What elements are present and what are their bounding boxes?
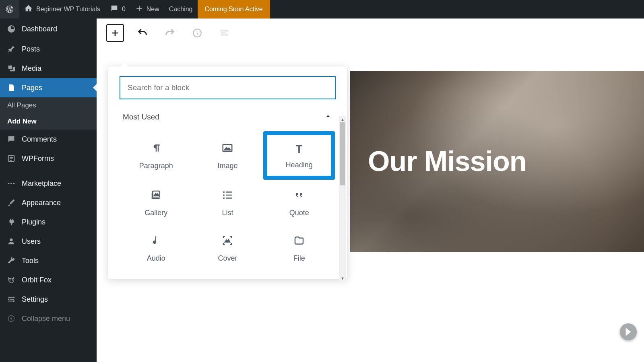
sidebar-item-label: Media <box>22 64 41 73</box>
sidebar-item-comments[interactable]: Comments <box>0 130 97 149</box>
collapse-icon <box>6 314 16 323</box>
quote-icon <box>292 188 306 202</box>
add-block-button[interactable] <box>106 24 124 42</box>
wp-logo-button[interactable] <box>0 0 19 19</box>
hero-cover-block[interactable]: Our Mission <box>350 71 644 252</box>
hero-title: Our Mission <box>368 145 526 177</box>
settings-icon <box>6 294 16 304</box>
block-label: Cover <box>218 254 237 263</box>
submenu-all-pages[interactable]: All Pages <box>0 97 97 113</box>
sidebar-item-tools[interactable]: Tools <box>0 251 97 270</box>
sidebar-item-dashboard[interactable]: Dashboard <box>0 19 97 39</box>
block-gallery[interactable]: Gallery <box>120 180 192 225</box>
sidebar-item-label: Collapse menu <box>22 315 70 323</box>
page-icon <box>6 83 16 93</box>
svg-point-2 <box>10 280 10 280</box>
comment-icon <box>6 134 16 144</box>
sidebar-item-collapse[interactable]: Collapse menu <box>0 309 97 328</box>
comment-icon <box>110 4 119 14</box>
wrench-icon <box>6 256 16 265</box>
svg-rect-5 <box>10 299 14 300</box>
wordpress-logo-icon <box>5 4 14 14</box>
paragraph-icon <box>149 141 163 155</box>
form-icon <box>6 154 16 163</box>
sidebar-item-label: Appearance <box>22 199 61 207</box>
block-cover[interactable]: Cover <box>192 225 264 271</box>
block-inserter-panel: Most Used Paragraph Image Heading <box>108 66 347 279</box>
svg-point-1 <box>10 239 12 241</box>
block-paragraph[interactable]: Paragraph <box>120 131 192 180</box>
sidebar-item-label: Users <box>22 237 41 246</box>
sidebar-item-media[interactable]: Media <box>0 59 97 78</box>
sidebar-item-users[interactable]: Users <box>0 232 97 251</box>
block-image[interactable]: Image <box>192 131 264 180</box>
sidebar-item-appearance[interactable]: Appearance <box>0 193 97 212</box>
sidebar-item-pages[interactable]: Pages <box>0 78 97 97</box>
sidebar-item-plugins[interactable]: Plugins <box>0 212 97 232</box>
file-icon <box>292 233 306 248</box>
sidebar-item-label: Plugins <box>22 218 45 226</box>
sidebar-item-label: Dashboard <box>22 25 57 33</box>
inserter-scrollbar[interactable]: ▴ ▾ <box>339 116 346 282</box>
submenu-add-new[interactable]: Add New <box>0 113 97 130</box>
sidebar-item-marketplace[interactable]: Marketplace <box>0 174 97 193</box>
plug-icon <box>6 217 16 227</box>
svg-point-16 <box>223 197 225 199</box>
scroll-down-icon: ▾ <box>341 275 345 282</box>
undo-button[interactable] <box>134 24 151 42</box>
category-most-used[interactable]: Most Used <box>108 106 347 128</box>
outline-button[interactable] <box>216 24 233 42</box>
editor-toolbar <box>97 19 644 47</box>
admin-bar: Beginner WP Tutorials 0 New Caching Comi… <box>0 0 644 19</box>
help-badge[interactable] <box>620 323 637 340</box>
block-grid: Paragraph Image Heading Gallery List <box>108 128 347 279</box>
gallery-icon <box>149 188 163 202</box>
home-icon <box>24 4 33 14</box>
new-label: New <box>147 6 159 13</box>
site-link[interactable]: Beginner WP Tutorials <box>19 0 105 19</box>
svg-point-15 <box>223 194 225 196</box>
redo-button[interactable] <box>161 24 179 42</box>
svg-rect-6 <box>8 301 13 302</box>
sidebar-item-wpforms[interactable]: WPForms <box>0 149 97 168</box>
block-label: Quote <box>289 209 309 217</box>
site-name-label: Beginner WP Tutorials <box>36 6 100 13</box>
cover-icon <box>220 233 235 248</box>
info-button[interactable] <box>188 24 206 42</box>
sidebar-item-label: Orbit Fox <box>22 276 52 284</box>
new-link[interactable]: New <box>130 0 164 19</box>
market-icon <box>6 179 16 188</box>
sidebar-item-settings[interactable]: Settings <box>0 290 97 309</box>
block-search-input[interactable] <box>120 76 336 99</box>
audio-icon <box>149 233 163 248</box>
svg-point-14 <box>223 191 225 193</box>
scroll-thumb[interactable] <box>340 122 345 185</box>
sidebar-item-label: WPForms <box>22 154 54 163</box>
caching-link[interactable]: Caching <box>164 0 198 19</box>
svg-rect-18 <box>226 195 232 196</box>
block-quote[interactable]: Quote <box>263 180 335 225</box>
sidebar-item-label: Comments <box>22 135 57 144</box>
sidebar-item-orbitfox[interactable]: Orbit Fox <box>0 270 97 290</box>
svg-rect-19 <box>226 197 232 199</box>
dashboard-icon <box>6 24 16 34</box>
pages-submenu: All Pages Add New <box>0 97 97 130</box>
fox-icon <box>6 275 16 285</box>
image-icon <box>220 141 235 155</box>
coming-soon-badge[interactable]: Coming Soon Active <box>198 0 270 19</box>
block-heading[interactable]: Heading <box>263 131 335 180</box>
admin-sidebar: Dashboard Posts Media Pages All Pages Ad… <box>0 19 97 362</box>
sidebar-item-label: Pages <box>22 84 42 92</box>
sidebar-item-posts[interactable]: Posts <box>0 39 97 59</box>
svg-point-7 <box>13 297 15 298</box>
sidebar-item-label: Marketplace <box>22 179 61 188</box>
block-file[interactable]: File <box>263 225 335 271</box>
block-list[interactable]: List <box>192 180 264 225</box>
block-audio[interactable]: Audio <box>120 225 192 271</box>
block-label: Image <box>217 162 237 170</box>
svg-point-9 <box>13 300 15 302</box>
svg-point-3 <box>12 280 13 280</box>
chevron-up-icon <box>324 112 332 122</box>
svg-rect-4 <box>8 297 13 298</box>
comments-link[interactable]: 0 <box>105 0 130 19</box>
